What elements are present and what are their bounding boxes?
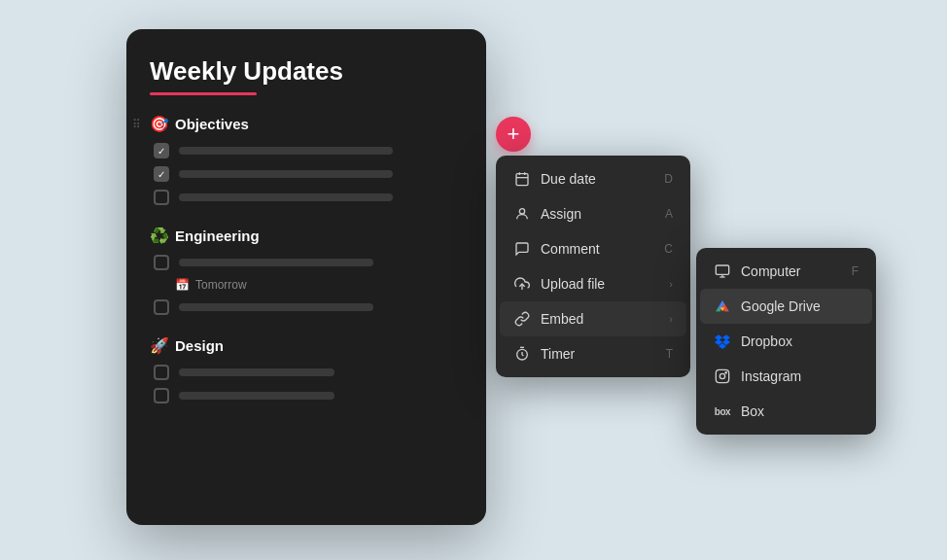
task-row [150, 299, 463, 315]
menu-item-due-date[interactable]: Due date D [500, 161, 686, 196]
section-design: 🚀 Design [150, 336, 463, 403]
sub-menu-item-instagram[interactable]: Instagram [700, 359, 872, 394]
task-row [150, 143, 463, 158]
task-bar-2 [179, 170, 393, 178]
menu-item-embed[interactable]: Embed › [500, 301, 686, 336]
checkbox-6[interactable] [154, 365, 169, 380]
task-bar-6 [179, 368, 334, 376]
drag-handle[interactable]: ⠿ [132, 118, 141, 131]
section-header-objectives: ⠿ 🎯 Objectives [150, 115, 463, 133]
svg-point-12 [719, 373, 724, 378]
task-bar-4 [179, 259, 373, 266]
checkbox-7[interactable] [154, 388, 169, 403]
sub-menu: Computer F Google Drive [696, 248, 876, 435]
instagram-icon [714, 368, 731, 385]
svg-rect-0 [516, 174, 528, 186]
due-date-label: Due date [541, 171, 596, 187]
box-label: Box [741, 403, 764, 419]
upload-file-icon [513, 275, 531, 293]
task-row [150, 365, 463, 380]
task-row [150, 166, 463, 182]
comment-shortcut: C [664, 242, 673, 256]
assign-icon [513, 205, 531, 223]
due-date-shortcut: D [664, 172, 673, 186]
computer-icon [714, 262, 731, 280]
dropbox-icon [714, 332, 731, 350]
due-date-icon [513, 170, 531, 188]
design-title: Design [175, 337, 224, 354]
menu-item-timer[interactable]: Timer T [500, 336, 686, 371]
context-menu: Due date D Assign A Comment C [496, 156, 690, 377]
checkbox-1[interactable] [154, 143, 169, 158]
engineering-title: Engineering [175, 228, 260, 244]
task-bar-1 [179, 147, 393, 155]
checkbox-5[interactable] [154, 299, 169, 315]
svg-rect-8 [716, 265, 728, 274]
assign-label: Assign [541, 206, 581, 222]
panel-title: Weekly Updates [150, 56, 463, 87]
upload-file-arrow: › [669, 278, 673, 290]
task-row [150, 190, 463, 205]
embed-icon [513, 310, 531, 328]
sub-menu-item-google-drive[interactable]: Google Drive [700, 289, 872, 324]
dropbox-label: Dropbox [741, 333, 792, 349]
assign-shortcut: A [665, 207, 673, 221]
section-engineering: ♻️ Engineering 📅 Tomorrow [150, 227, 463, 315]
svg-point-4 [519, 209, 524, 214]
svg-rect-11 [716, 369, 728, 382]
checkbox-2[interactable] [154, 166, 169, 182]
upload-file-label: Upload file [541, 276, 605, 292]
task-bar-7 [179, 392, 334, 400]
sub-menu-item-computer[interactable]: Computer F [700, 254, 872, 289]
comment-label: Comment [541, 241, 600, 257]
timer-shortcut: T [666, 347, 673, 361]
sub-menu-item-box[interactable]: box Box [700, 394, 872, 429]
checkbox-4[interactable] [154, 255, 169, 270]
section-header-engineering: ♻️ Engineering [150, 227, 463, 245]
design-emoji: 🚀 [150, 336, 169, 355]
menu-item-upload-file[interactable]: Upload file › [500, 266, 686, 301]
instagram-label: Instagram [741, 368, 801, 384]
due-date-text: Tomorrow [195, 278, 247, 292]
objectives-title: Objectives [175, 116, 249, 132]
timer-label: Timer [541, 346, 575, 362]
embed-arrow: › [669, 313, 673, 325]
comment-icon [513, 240, 531, 258]
section-objectives: ⠿ 🎯 Objectives [150, 115, 463, 205]
embed-label: Embed [541, 311, 583, 327]
svg-point-13 [725, 372, 726, 373]
google-drive-label: Google Drive [741, 298, 821, 314]
main-panel: Weekly Updates ⠿ 🎯 Objectives ♻️ Enginee… [126, 29, 486, 525]
section-header-design: 🚀 Design [150, 336, 463, 355]
timer-icon [513, 345, 531, 363]
task-row [150, 255, 463, 270]
calendar-icon: 📅 [175, 278, 190, 292]
menu-item-comment[interactable]: Comment C [500, 231, 686, 266]
box-icon: box [714, 402, 731, 420]
engineering-emoji: ♻️ [150, 227, 169, 245]
sub-menu-item-dropbox[interactable]: Dropbox [700, 324, 872, 359]
checkbox-3[interactable] [154, 190, 169, 205]
menu-item-assign[interactable]: Assign A [500, 196, 686, 231]
computer-label: Computer [741, 263, 800, 279]
title-underline [150, 92, 257, 95]
objectives-emoji: 🎯 [150, 115, 169, 133]
due-date-row: 📅 Tomorrow [150, 278, 463, 292]
task-row [150, 388, 463, 403]
plus-button[interactable]: + [496, 117, 531, 152]
google-drive-icon [714, 298, 731, 315]
task-bar-5 [179, 303, 373, 311]
computer-shortcut: F [852, 264, 859, 278]
task-bar-3 [179, 193, 393, 201]
